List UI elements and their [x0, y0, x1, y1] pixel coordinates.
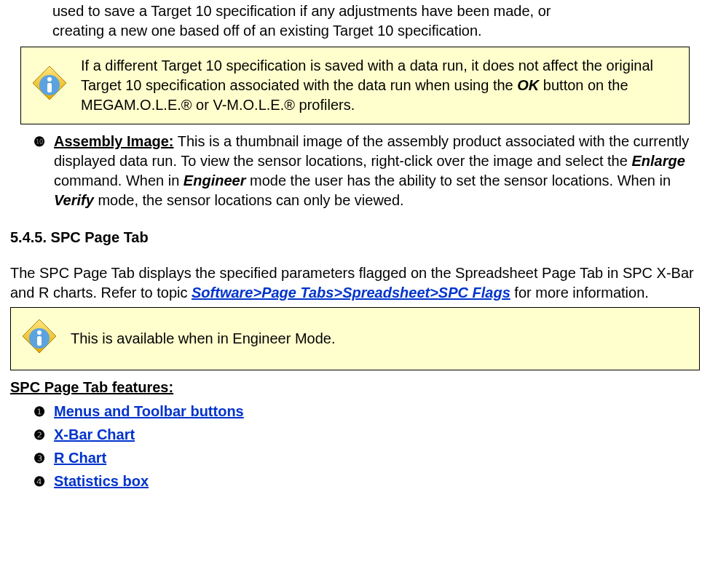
assembly-text-2: command. When in	[54, 172, 184, 188]
link-r-chart[interactable]: R Chart	[54, 450, 106, 466]
feature-item-1: ❶ Menus and Toolbar buttons	[10, 402, 700, 422]
engineer-mode: Engineer	[184, 172, 246, 188]
info-icon	[31, 65, 68, 106]
section-heading-spc: 5.4.5. SPC Page Tab	[10, 228, 700, 247]
bullet-body: Assembly Image: This is a thumbnail imag…	[54, 132, 700, 210]
enlarge-cmd: Enlarge	[631, 153, 685, 169]
note1-ok: OK	[517, 77, 539, 93]
info-icon	[21, 318, 58, 359]
assembly-image-title: Assembly Image:	[54, 133, 174, 149]
feature-num-3: ❸	[33, 448, 51, 469]
intro-text-line2: creating a new one based off of an exist…	[52, 23, 482, 39]
feature-list: ❶ Menus and Toolbar buttons ❷ X-Bar Char…	[10, 402, 700, 492]
link-menus-toolbar[interactable]: Menus and Toolbar buttons	[54, 403, 244, 419]
feature-item-4: ❹ Statistics box	[10, 472, 700, 492]
feature-item-2: ❷ X-Bar Chart	[10, 425, 700, 445]
feature-num-2: ❷	[33, 425, 51, 445]
svg-rect-5	[37, 336, 42, 346]
spc-paragraph: The SPC Page Tab displays the specified …	[10, 263, 700, 303]
feature-item-3: ❸ R Chart	[10, 448, 700, 469]
bullet-number-10: ❿	[33, 132, 51, 152]
link-statistics-box[interactable]: Statistics box	[54, 473, 149, 489]
feature-num-4: ❹	[33, 472, 51, 492]
note-box-target10: If a different Target 10 specification i…	[20, 47, 690, 124]
intro-text-line1: used to save a Target 10 specification i…	[52, 3, 551, 19]
note-text: If a different Target 10 specification i…	[81, 56, 682, 115]
bullet-assembly-image: ❿ Assembly Image: This is a thumbnail im…	[10, 132, 700, 210]
feature-num-1: ❶	[33, 402, 51, 422]
intro-paragraph: used to save a Target 10 specification i…	[10, 1, 700, 41]
link-xbar-chart[interactable]: X-Bar Chart	[54, 426, 135, 442]
link-spc-flags[interactable]: Software>Page Tabs>Spreadsheet>SPC Flags	[192, 285, 510, 301]
svg-point-1	[47, 77, 52, 82]
assembly-text-3: mode the user has the ability to set the…	[245, 172, 671, 188]
assembly-text-4: mode, the sensor locations can only be v…	[94, 192, 404, 208]
svg-rect-2	[47, 83, 52, 92]
spc-text-2: for more information.	[510, 285, 649, 301]
svg-point-4	[37, 330, 42, 335]
note-box-engineer-mode: This is available when in Engineer Mode.	[10, 307, 700, 370]
features-heading: SPC Page Tab features:	[10, 378, 700, 397]
note2-text: This is available when in Engineer Mode.	[71, 329, 692, 349]
verify-mode: Verify	[54, 192, 94, 208]
